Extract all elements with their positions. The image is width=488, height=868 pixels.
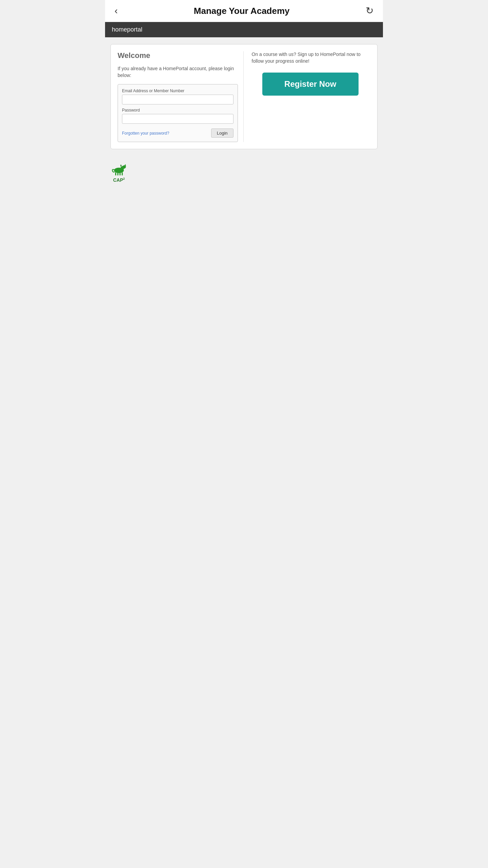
svg-rect-4 — [117, 173, 118, 176]
top-nav-bar: ‹ Manage Your Academy ↻ — [105, 0, 383, 22]
back-button[interactable]: ‹ — [112, 5, 120, 17]
login-button[interactable]: Login — [211, 129, 233, 138]
login-form-box: Email Address or Member Number Password … — [118, 84, 238, 142]
email-input[interactable] — [122, 95, 233, 104]
refresh-button[interactable]: ↻ — [363, 5, 376, 17]
cap2-text: CAP2 — [113, 177, 125, 183]
password-label: Password — [122, 108, 233, 113]
form-actions: Forgotten your password? Login — [122, 129, 233, 138]
svg-rect-5 — [120, 173, 121, 176]
svg-rect-6 — [122, 172, 123, 176]
sub-header-bar: homeportal — [105, 22, 383, 37]
page-title: Manage Your Academy — [120, 6, 363, 16]
svg-rect-3 — [115, 172, 116, 176]
main-content: Welcome If you already have a HomePortal… — [105, 37, 383, 156]
logo-area: CAP2 — [105, 156, 383, 190]
register-description: On a course with us? Sign up to HomePort… — [250, 51, 371, 64]
cap2-logo: CAP2 — [110, 163, 127, 183]
forgot-password-link[interactable]: Forgotten your password? — [122, 131, 169, 136]
password-input[interactable] — [122, 114, 233, 124]
register-now-button[interactable]: Register Now — [262, 73, 359, 96]
welcome-heading: Welcome — [118, 51, 238, 60]
cap2-horse-icon — [110, 163, 127, 176]
login-description: If you already have a HomePortal account… — [118, 65, 238, 79]
login-section: Welcome If you already have a HomePortal… — [118, 51, 244, 142]
sub-header-text: homeportal — [112, 26, 142, 33]
email-label: Email Address or Member Number — [122, 88, 233, 93]
login-register-card: Welcome If you already have a HomePortal… — [110, 44, 378, 149]
register-section: On a course with us? Sign up to HomePort… — [244, 51, 371, 142]
